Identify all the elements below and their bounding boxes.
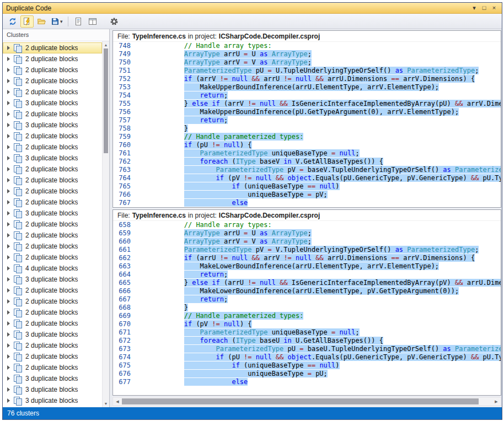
cluster-item[interactable]: 2 duplicate blocks <box>3 131 102 142</box>
expand-arrow-icon[interactable] <box>7 101 10 105</box>
expand-arrow-icon[interactable] <box>7 376 10 381</box>
expand-arrow-icon[interactable] <box>7 266 10 271</box>
cluster-item[interactable]: 3 duplicate blocks <box>3 329 102 340</box>
expand-arrow-icon[interactable] <box>7 167 10 171</box>
expand-arrow-icon[interactable] <box>7 321 10 326</box>
scrollbar-track[interactable] <box>103 153 109 400</box>
cluster-item[interactable]: 2 duplicate blocks <box>3 362 102 373</box>
save-button[interactable]: ▾ <box>49 15 65 28</box>
expand-arrow-icon[interactable] <box>7 145 10 149</box>
scrollbar-thumb[interactable] <box>122 398 479 404</box>
expand-arrow-icon[interactable] <box>7 332 10 337</box>
cluster-item[interactable]: 3 duplicate blocks <box>3 274 102 285</box>
cluster-item[interactable]: 2 duplicate blocks <box>3 142 102 153</box>
expand-arrow-icon[interactable] <box>7 222 10 226</box>
code-line: 662 if (arrU != null && arrV != null && … <box>113 254 501 262</box>
scroll-right-icon[interactable]: ▶ <box>492 397 501 406</box>
expand-arrow-icon[interactable] <box>7 46 10 50</box>
expand-arrow-icon[interactable] <box>7 288 10 293</box>
expand-arrow-icon[interactable] <box>7 189 10 193</box>
file-header: File: TypeInference.cs in project: ICSha… <box>113 210 501 221</box>
analyze-button[interactable] <box>20 15 34 28</box>
expand-arrow-icon[interactable] <box>7 211 10 215</box>
scrollbar-thumb[interactable] <box>104 48 108 153</box>
expand-arrow-icon[interactable] <box>7 277 10 282</box>
scrollbar-track[interactable] <box>479 397 492 406</box>
settings-button[interactable] <box>108 15 121 28</box>
horizontal-scrollbar[interactable]: ◀ ▶ <box>112 397 501 406</box>
title-bar[interactable]: Duplicate Code ▾ □ × <box>3 3 502 14</box>
expand-arrow-icon[interactable] <box>7 68 10 72</box>
expand-arrow-icon[interactable] <box>7 156 10 160</box>
cluster-label: 3 duplicate blocks <box>25 331 78 338</box>
expand-arrow-icon[interactable] <box>7 112 10 116</box>
chevron-down-icon[interactable]: ▾ <box>60 19 63 24</box>
cluster-item[interactable]: 2 duplicate blocks <box>3 53 102 64</box>
expand-arrow-icon[interactable] <box>7 178 10 182</box>
expand-arrow-icon[interactable] <box>7 343 10 348</box>
cluster-item[interactable]: 2 duplicate blocks <box>3 175 102 186</box>
cluster-item[interactable]: 2 duplicate blocks <box>3 164 102 175</box>
window-close-button[interactable]: × <box>490 4 498 13</box>
code-editor[interactable]: 748 // Handle array types:749 ArrayType … <box>113 42 501 207</box>
expand-arrow-icon[interactable] <box>7 299 10 304</box>
expand-arrow-icon[interactable] <box>7 57 10 61</box>
line-number: 767 <box>113 199 136 207</box>
cluster-item[interactable]: 2 duplicate blocks <box>3 186 102 197</box>
report-document-icon <box>74 17 83 26</box>
window-menu-button[interactable]: ▾ <box>470 4 479 13</box>
expand-arrow-icon[interactable] <box>7 387 10 392</box>
expand-arrow-icon[interactable] <box>7 365 10 370</box>
window-float-button[interactable]: □ <box>480 4 489 13</box>
report-button[interactable] <box>72 15 85 28</box>
open-folder-button[interactable] <box>35 15 48 28</box>
cluster-item[interactable]: 2 duplicate blocks <box>3 241 102 252</box>
code-line: 668 } <box>113 304 501 312</box>
file-label: File: <box>117 212 130 219</box>
duplicate-blocks-icon <box>14 220 22 229</box>
cluster-item[interactable]: 2 duplicate blocks <box>3 64 102 75</box>
cluster-item[interactable]: 2 duplicate blocks <box>3 296 102 307</box>
cluster-item[interactable]: 2 duplicate blocks <box>3 87 102 98</box>
cluster-item[interactable]: 2 duplicate blocks <box>3 230 102 241</box>
duplicate-blocks-icon <box>14 386 22 394</box>
expand-arrow-icon[interactable] <box>7 79 10 83</box>
expand-arrow-icon[interactable] <box>7 90 10 94</box>
cluster-item[interactable]: 2 duplicate blocks <box>3 351 102 362</box>
expand-arrow-icon[interactable] <box>7 354 10 359</box>
expand-arrow-icon[interactable] <box>7 123 10 127</box>
refresh-button[interactable] <box>6 15 19 28</box>
compare-layout-button[interactable] <box>86 15 99 28</box>
cluster-item[interactable]: 3 duplicate blocks <box>3 373 102 384</box>
scroll-left-icon[interactable]: ◀ <box>113 397 122 406</box>
expand-arrow-icon[interactable] <box>7 398 10 403</box>
cluster-item[interactable]: 2 duplicate blocks <box>3 340 102 351</box>
cluster-item[interactable]: 2 duplicate blocks <box>3 42 102 53</box>
cluster-item[interactable]: 3 duplicate blocks <box>3 153 102 164</box>
cluster-item[interactable]: 3 duplicate blocks <box>3 395 102 406</box>
cluster-item[interactable]: 2 duplicate blocks <box>3 75 102 87</box>
duplicate-blocks-icon <box>14 143 22 152</box>
cluster-item[interactable]: 2 duplicate blocks <box>3 219 102 230</box>
cluster-item[interactable]: 2 duplicate blocks <box>3 307 102 318</box>
cluster-item[interactable]: 2 duplicate blocks <box>3 252 102 263</box>
expand-arrow-icon[interactable] <box>7 244 10 249</box>
cluster-item[interactable]: 4 duplicate blocks <box>3 263 102 274</box>
cluster-item[interactable]: 3 duplicate blocks <box>3 98 102 109</box>
scroll-down-icon[interactable]: ▼ <box>103 400 109 407</box>
cluster-item[interactable]: 3 duplicate blocks <box>3 120 102 131</box>
cluster-item[interactable]: 2 duplicate blocks <box>3 285 102 296</box>
expand-arrow-icon[interactable] <box>7 255 10 260</box>
expand-arrow-icon[interactable] <box>7 200 10 204</box>
expand-arrow-icon[interactable] <box>7 233 10 238</box>
cluster-item[interactable]: 2 duplicate blocks <box>3 197 102 208</box>
sidebar-scrollbar[interactable]: ▲ ▼ <box>102 41 109 407</box>
cluster-item[interactable]: 2 duplicate blocks <box>3 109 102 120</box>
cluster-item[interactable]: 2 duplicate blocks <box>3 318 102 329</box>
cluster-item[interactable]: 3 duplicate blocks <box>3 384 102 395</box>
expand-arrow-icon[interactable] <box>7 310 10 315</box>
expand-arrow-icon[interactable] <box>7 134 10 138</box>
cluster-item[interactable]: 3 duplicate blocks <box>3 208 102 219</box>
code-editor[interactable]: 658 // Handle array types:659 ArrayType … <box>113 221 501 395</box>
scroll-up-icon[interactable]: ▲ <box>103 41 109 48</box>
